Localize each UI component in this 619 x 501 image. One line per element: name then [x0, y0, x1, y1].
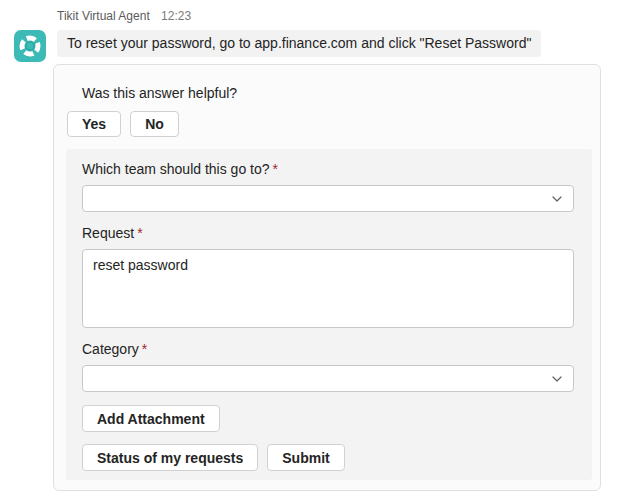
sender-name: Tikit Virtual Agent: [57, 9, 150, 23]
adaptive-card: Was this answer helpful? Yes No Which te…: [53, 64, 601, 491]
bot-avatar: [14, 30, 46, 62]
bot-message-bubble: To reset your password, go to app.financ…: [57, 30, 541, 57]
category-field-label: Category*: [82, 341, 576, 357]
feedback-question: Was this answer helpful?: [82, 85, 600, 101]
feedback-buttons-row: Yes No: [67, 111, 600, 137]
no-button[interactable]: No: [130, 111, 179, 137]
message-timestamp: 12:23: [161, 9, 191, 23]
request-field-label: Request*: [82, 225, 576, 241]
tikit-lifebuoy-icon: [14, 30, 46, 62]
message-header: Tikit Virtual Agent 12:23: [57, 9, 191, 23]
bot-message-text: To reset your password, go to app.financ…: [67, 35, 531, 51]
required-marker: *: [273, 161, 278, 177]
team-field-label: Which team should this go to?*: [82, 161, 576, 177]
request-textarea[interactable]: reset password: [82, 249, 574, 328]
team-select[interactable]: [82, 185, 574, 212]
submit-button[interactable]: Submit: [267, 444, 344, 471]
status-of-my-requests-button[interactable]: Status of my requests: [82, 444, 258, 471]
actions-row: Status of my requests Submit: [82, 444, 576, 471]
attachment-row: Add Attachment: [82, 405, 576, 432]
chevron-down-icon: [551, 193, 563, 205]
yes-button[interactable]: Yes: [67, 111, 121, 137]
required-marker: *: [142, 341, 147, 357]
required-marker: *: [137, 225, 142, 241]
chevron-down-icon: [551, 373, 563, 385]
add-attachment-button[interactable]: Add Attachment: [82, 405, 220, 432]
category-select[interactable]: [82, 365, 574, 392]
ticket-form-panel: Which team should this go to?* Request* …: [66, 149, 592, 480]
